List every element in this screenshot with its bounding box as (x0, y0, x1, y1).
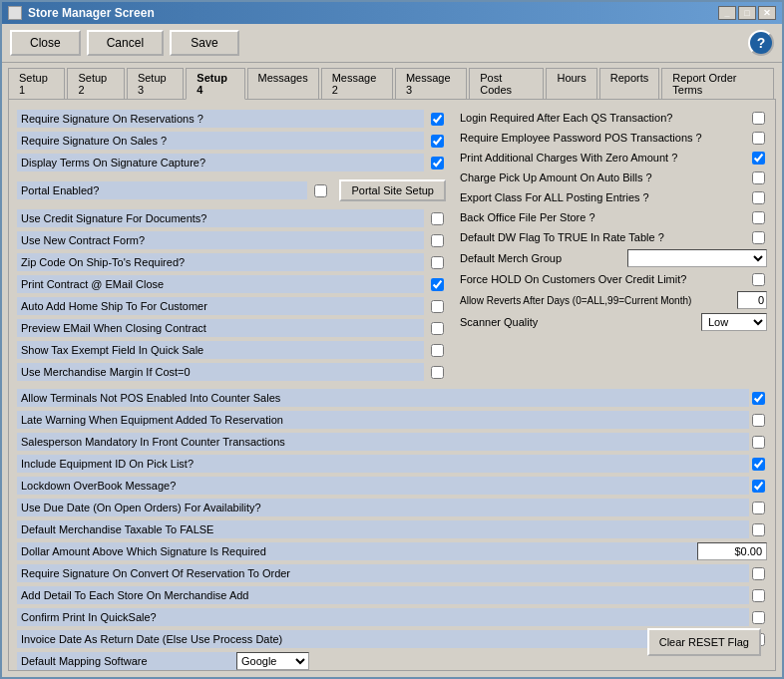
check-portal-enabled[interactable] (311, 181, 329, 199)
check-req-sig-sales[interactable] (428, 132, 446, 150)
check-show-tax-exempt[interactable] (428, 341, 446, 359)
row-req-sig-sales: Require Signature On Sales ? (17, 130, 446, 152)
window-title: Store Manager Screen (28, 6, 155, 20)
check-late-warning[interactable] (749, 414, 767, 427)
row-merch-group: Default Merch Group (456, 247, 767, 269)
label-print-contract-email: Print Contract @ EMail Close (17, 275, 424, 293)
row-req-sig-convert: Require Signature On Convert Of Reservat… (17, 562, 767, 584)
label-allow-terminals: Allow Terminals Not POS Enabled Into Cou… (17, 389, 749, 407)
tab-setup1[interactable]: Setup 1 (8, 68, 65, 100)
save-toolbar-button[interactable]: Save (170, 30, 239, 56)
row-salesperson-mandatory: Salesperson Mandatory In Front Counter T… (17, 431, 767, 453)
tab-message2[interactable]: Message 2 (321, 68, 393, 100)
check-back-office[interactable] (749, 211, 767, 224)
check-allow-terminals[interactable] (749, 392, 767, 405)
label-display-terms: Display Terms On Signature Capture? (17, 154, 424, 171)
label-include-equip-id: Include Equipment ID On Pick List? (17, 455, 749, 473)
check-lockdown-overbook[interactable] (749, 480, 767, 493)
check-use-due-date[interactable] (749, 502, 767, 514)
window-icon (8, 6, 22, 20)
help-button[interactable]: ? (748, 30, 774, 56)
label-export-class: Export Class For ALL Posting Entries ? (456, 190, 749, 204)
allow-reverts-input[interactable] (737, 291, 767, 309)
portal-site-setup-button[interactable]: Portal Site Setup (339, 179, 446, 201)
merch-group-select[interactable] (627, 249, 767, 267)
minimize-button[interactable]: _ (718, 6, 736, 20)
row-add-detail-store: Add Detail To Each Store On Merchandise … (17, 584, 767, 606)
label-show-tax-exempt: Show Tax Exempt Field In Quick Sale (17, 341, 424, 359)
default-mapping-select[interactable]: Google MapQuest Bing (236, 652, 309, 670)
check-use-credit-sig[interactable] (428, 209, 446, 227)
toolbar: Close Cancel Save ? (2, 24, 782, 63)
label-use-new-contract: Use New Contract Form? (17, 231, 424, 249)
close-button[interactable]: ✕ (758, 6, 776, 20)
row-include-equip-id: Include Equipment ID On Pick List? (17, 453, 767, 475)
label-req-sig-sales: Require Signature On Sales ? (17, 132, 424, 150)
main-window: Store Manager Screen _ □ ✕ Close Cancel … (0, 0, 784, 679)
tab-message3[interactable]: Message 3 (395, 68, 467, 100)
row-back-office: Back Office File Per Store ? (456, 207, 767, 227)
check-print-add-charges[interactable] (749, 152, 767, 165)
check-login-req-qs[interactable] (749, 112, 767, 125)
window-controls: _ □ ✕ (718, 6, 776, 20)
tab-reports[interactable]: Reports (599, 68, 660, 100)
check-charge-pickup[interactable] (749, 171, 767, 184)
tab-reportorderterms[interactable]: Report Order Terms (661, 68, 774, 100)
tab-setup4[interactable]: Setup 4 (186, 68, 244, 100)
row-lockdown-overbook: Lockdown OverBook Message? (17, 475, 767, 497)
dollar-amount-input[interactable] (697, 542, 767, 560)
tab-messages[interactable]: Messages (247, 68, 319, 100)
row-scanner-quality: Scanner Quality Low Medium High (456, 311, 767, 333)
check-print-contract-email[interactable] (428, 275, 446, 293)
row-default-merch-taxable: Default Merchandise Taxable To FALSE (17, 518, 767, 540)
check-req-sig-reservations[interactable] (428, 110, 446, 128)
row-print-contract-email: Print Contract @ EMail Close (17, 273, 446, 295)
clear-reset-flag-button[interactable]: Clear RESET Flag (647, 628, 761, 656)
tab-postcodes[interactable]: Post Codes (469, 68, 544, 100)
check-salesperson-mandatory[interactable] (749, 436, 767, 449)
row-req-emp-pass: Require Employee Password POS Transactio… (456, 128, 767, 148)
tab-setup3[interactable]: Setup 3 (127, 68, 184, 100)
check-default-merch-taxable[interactable] (749, 523, 767, 536)
label-use-credit-sig: Use Credit Signature For Documents? (17, 209, 424, 227)
check-display-terms[interactable] (428, 154, 446, 171)
check-export-class[interactable] (749, 191, 767, 204)
label-salesperson-mandatory: Salesperson Mandatory In Front Counter T… (17, 433, 749, 451)
check-default-dw-flag[interactable] (749, 231, 767, 244)
row-dollar-amount-sig: Dollar Amount Above Which Signature Is R… (17, 540, 767, 562)
check-confirm-print[interactable] (749, 611, 767, 624)
check-force-hold[interactable] (749, 273, 767, 286)
label-confirm-print: Confirm Print In QuickSale? (17, 608, 749, 626)
check-add-detail-store[interactable] (749, 589, 767, 602)
tab-hours[interactable]: Hours (546, 68, 596, 100)
row-auto-add-home-ship: Auto Add Home Ship To For Customer (17, 295, 446, 317)
check-use-merch-margin[interactable] (428, 363, 446, 381)
cancel-toolbar-button[interactable]: Cancel (87, 30, 164, 56)
check-req-sig-convert[interactable] (749, 567, 767, 580)
maximize-button[interactable]: □ (738, 6, 756, 20)
check-auto-add-home-ship[interactable] (428, 297, 446, 315)
label-use-due-date: Use Due Date (On Open Orders) For Availa… (17, 499, 749, 516)
label-merch-group: Default Merch Group (456, 251, 627, 265)
scanner-quality-select[interactable]: Low Medium High (701, 313, 767, 331)
check-zip-code-ship[interactable] (428, 253, 446, 271)
tab-setup2[interactable]: Setup 2 (67, 68, 124, 100)
label-force-hold: Force HOLD On Customers Over Credit Limi… (456, 272, 749, 286)
check-include-equip-id[interactable] (749, 458, 767, 471)
label-preview-email: Preview EMail When Closing Contract (17, 319, 424, 337)
row-export-class: Export Class For ALL Posting Entries ? (456, 187, 767, 207)
check-preview-email[interactable] (428, 319, 446, 337)
row-use-merch-margin: Use Merchandise Margin If Cost=0 (17, 361, 446, 383)
check-req-emp-pass[interactable] (749, 132, 767, 145)
row-force-hold: Force HOLD On Customers Over Credit Limi… (456, 269, 767, 289)
row-charge-pickup: Charge Pick Up Amount On Auto Bills ? (456, 168, 767, 187)
row-req-sig-reservations: Require Signature On Reservations ? (17, 108, 446, 130)
row-display-terms: Display Terms On Signature Capture? (17, 152, 446, 173)
close-toolbar-button[interactable]: Close (10, 30, 81, 56)
label-charge-pickup: Charge Pick Up Amount On Auto Bills ? (456, 170, 749, 184)
label-auto-add-home-ship: Auto Add Home Ship To For Customer (17, 297, 424, 315)
label-use-merch-margin: Use Merchandise Margin If Cost=0 (17, 363, 424, 381)
label-req-sig-reservations: Require Signature On Reservations ? (17, 110, 424, 128)
tab-bar: Setup 1 Setup 2 Setup 3 Setup 4 Messages… (2, 63, 782, 99)
check-use-new-contract[interactable] (428, 231, 446, 249)
